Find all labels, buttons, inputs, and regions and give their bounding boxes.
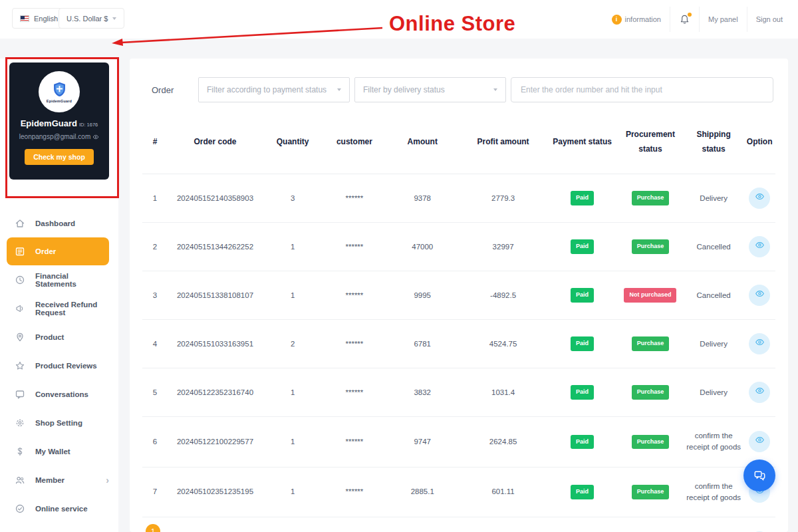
profit-amount: 2779.3 bbox=[459, 174, 547, 223]
dollar-icon bbox=[15, 446, 25, 457]
shipping-status: Delivery bbox=[684, 320, 743, 368]
sidebar-item-dashboard[interactable]: Dashboard bbox=[0, 209, 118, 237]
sidebar-item-label: Shop Setting bbox=[35, 419, 82, 427]
amount: 47000 bbox=[386, 223, 459, 271]
view-order-button[interactable] bbox=[749, 382, 770, 403]
avatar-brand-text: EpidemGuard bbox=[47, 99, 72, 103]
sign-out-button[interactable]: Sign out bbox=[747, 7, 791, 32]
order-code: 202405151338108107 bbox=[168, 271, 263, 320]
check-my-shop-button[interactable]: Check my shop bbox=[25, 149, 94, 165]
map-pin-icon bbox=[15, 332, 25, 342]
sidebar-item-order[interactable]: Order bbox=[7, 237, 109, 265]
eye-icon[interactable] bbox=[92, 134, 99, 140]
clock-icon bbox=[15, 275, 25, 285]
sidebar-item-label: Member bbox=[35, 476, 65, 484]
sidebar-item-my-wallet[interactable]: My Wallet bbox=[0, 437, 118, 466]
sidebar-item-conversations[interactable]: Conversations bbox=[0, 380, 118, 408]
table-body: 12024051521403589033******93782779.3Paid… bbox=[142, 174, 775, 532]
sidebar-item-label: Product bbox=[35, 333, 64, 341]
filter-row: Order Filter according to payment status… bbox=[130, 59, 788, 102]
order-code: 202405122100229577 bbox=[168, 417, 263, 467]
my-panel-label: My panel bbox=[708, 15, 738, 23]
payment-status-badge: Paid bbox=[571, 435, 594, 450]
sidebar-item-member[interactable]: Member› bbox=[0, 466, 118, 494]
information-button[interactable]: i information bbox=[603, 7, 670, 32]
column-header: Amount bbox=[386, 112, 459, 174]
sign-out-label: Sign out bbox=[756, 15, 783, 23]
order-number-input[interactable] bbox=[511, 77, 773, 102]
quantity: 1 bbox=[263, 368, 323, 417]
eye-icon bbox=[755, 289, 765, 302]
bell-icon bbox=[679, 14, 690, 25]
view-order-button[interactable] bbox=[749, 431, 770, 452]
customer: ****** bbox=[323, 467, 386, 517]
notification-dot bbox=[688, 13, 692, 17]
order-code: 202405102351235195 bbox=[168, 467, 263, 517]
order-code: 202405151344262252 bbox=[168, 223, 263, 271]
procurement-status-badge: Purchase bbox=[632, 435, 670, 450]
profit-amount: 601.11 bbox=[459, 467, 547, 517]
view-order-button[interactable] bbox=[749, 285, 770, 306]
quantity: 1 bbox=[263, 467, 323, 517]
sidebar-item-product[interactable]: Product bbox=[0, 323, 118, 351]
chevron-down-icon bbox=[493, 88, 497, 91]
sidebar-item-label: Conversations bbox=[35, 390, 88, 398]
home-icon bbox=[15, 218, 25, 229]
notifications-button[interactable] bbox=[670, 7, 699, 32]
profit-amount: 4524.75 bbox=[459, 320, 547, 368]
column-header: # bbox=[142, 112, 168, 174]
sidebar-item-online-service[interactable]: Online service bbox=[0, 494, 118, 523]
sidebar-item-received-refund-request[interactable]: Received Refund Request bbox=[0, 294, 118, 323]
sidebar-item-label: Order bbox=[35, 247, 56, 255]
quantity: 1 bbox=[263, 271, 323, 320]
column-header: Option bbox=[743, 112, 775, 174]
profit-amount: 2624.85 bbox=[459, 417, 547, 467]
table-row: 42024051510331639512******67814524.75Pai… bbox=[142, 320, 775, 368]
chevron-right-icon: › bbox=[106, 475, 109, 485]
row-index: 7 bbox=[142, 467, 168, 517]
payment-status-filter[interactable]: Filter according to payment status bbox=[198, 77, 350, 102]
customer: ****** bbox=[323, 417, 386, 467]
customer: ****** bbox=[323, 223, 386, 271]
chat-fab-button[interactable] bbox=[743, 460, 775, 491]
orders-table: #Order codeQuantitycustomerAmountProfit … bbox=[142, 112, 775, 532]
amount: 9747 bbox=[386, 417, 459, 467]
star-icon bbox=[15, 360, 25, 371]
row-index: 6 bbox=[142, 417, 168, 467]
order-code: 202405102138425408 bbox=[168, 517, 263, 532]
chevron-down-icon bbox=[337, 88, 341, 91]
sidebar: EpidemGuard EpidemGuardID: 1676 leonpang… bbox=[0, 59, 118, 532]
order-panel: Order Filter according to payment status… bbox=[130, 59, 788, 532]
sidebar-item-shop-setting[interactable]: Shop Setting bbox=[0, 408, 118, 437]
gear-icon bbox=[15, 418, 25, 428]
currency-selector[interactable]: U.S. Dollar $ bbox=[59, 8, 124, 29]
quantity: 1 bbox=[263, 517, 323, 532]
row-index: 5 bbox=[142, 368, 168, 417]
profile-card: EpidemGuard EpidemGuardID: 1676 leonpang… bbox=[9, 63, 109, 180]
view-order-button[interactable] bbox=[749, 188, 770, 209]
headset-icon bbox=[15, 503, 25, 514]
payment-status-badge: Paid bbox=[571, 288, 594, 303]
view-order-button[interactable] bbox=[749, 236, 770, 257]
sidebar-item-label: Online service bbox=[35, 505, 88, 513]
currency-label: U.S. Dollar $ bbox=[66, 15, 108, 23]
shipping-status: Have been received bbox=[684, 517, 743, 532]
my-panel-button[interactable]: My panel bbox=[700, 7, 747, 32]
table-row: 72024051023512351951******2885.1601.11Pa… bbox=[142, 467, 775, 517]
table-row: 62024051221002295771******97472624.85Pai… bbox=[142, 417, 775, 467]
sidebar-item-financial-statements[interactable]: Financial Statements bbox=[0, 265, 118, 294]
shipping-status: Delivery bbox=[684, 368, 743, 417]
amount: 9378 bbox=[386, 174, 459, 223]
sidebar-item-product-reviews[interactable]: Product Reviews bbox=[0, 351, 118, 380]
quantity: 2 bbox=[263, 320, 323, 368]
customer: ****** bbox=[323, 517, 386, 532]
procurement-status-badge: Purchase bbox=[632, 336, 670, 351]
information-label: information bbox=[625, 15, 661, 23]
delivery-status-filter[interactable]: Filter by delivery status bbox=[354, 77, 506, 102]
view-order-button[interactable] bbox=[749, 333, 770, 354]
profit-amount: 32997 bbox=[459, 223, 547, 271]
payment-filter-label: Filter according to payment status bbox=[207, 85, 327, 94]
quantity: 3 bbox=[263, 174, 323, 223]
table-row: 32024051513381081071******9995-4892.5Pai… bbox=[142, 271, 775, 320]
customer: ****** bbox=[323, 271, 386, 320]
